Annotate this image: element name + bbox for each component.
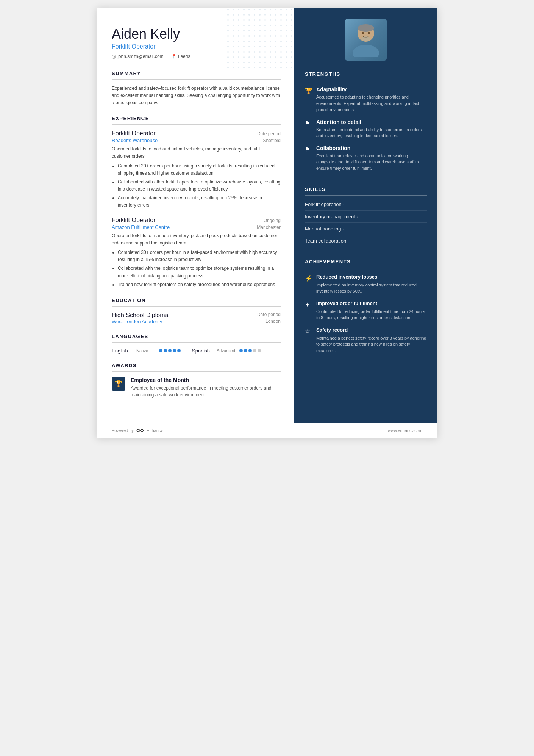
- dot-1-3: [253, 349, 256, 352]
- email-icon: @: [112, 54, 116, 59]
- job-bullets-1: Completed 30+ orders per hour in a fast-…: [112, 249, 281, 288]
- right-panel: STRENGTHS 🏆 Adaptability Accustomed to a…: [294, 8, 437, 423]
- profile-photo: [345, 19, 387, 61]
- award-trophy-icon: 🏆: [115, 380, 122, 387]
- job-item-1: Forklift Operator Ongoing Amazon Fulfill…: [112, 217, 281, 288]
- dot-1-0: [239, 349, 243, 352]
- achievement-title-2: Safety record: [316, 327, 427, 333]
- achievement-icon-1: ✦: [305, 301, 312, 308]
- strength-item-0: 🏆 Adaptability Accustomed to adapting to…: [305, 86, 427, 113]
- dot-0-0: [159, 349, 162, 352]
- dot-0-4: [177, 349, 181, 352]
- dot-0-3: [173, 349, 176, 352]
- skills-section: SKILLS Forklift operation · Inventory ma…: [305, 186, 427, 250]
- job-role-1: Forklift Operator: [112, 217, 156, 224]
- achievements-divider: [305, 268, 427, 268]
- awards-divider: [112, 371, 281, 372]
- achievement-desc-0: Implemented an inventory control system …: [316, 282, 427, 294]
- location-contact: 📍 Leeds: [171, 54, 190, 59]
- languages-grid: English Native Spanish Advance: [112, 348, 281, 354]
- job-company-row-0: Reader's Warehouse Sheffield: [112, 138, 281, 143]
- svg-point-7: [361, 36, 370, 41]
- job-desc-1: Operated forklifts to manage inventory, …: [112, 232, 281, 247]
- achievement-title-0: Reduced inventory losses: [316, 274, 427, 280]
- job-title: Forklift Operator: [112, 43, 281, 50]
- dot-0-1: [164, 349, 167, 352]
- strength-content-1: Attention to detail Keen attention to de…: [316, 119, 427, 139]
- award-icon-0: 🏆: [112, 377, 125, 391]
- strength-title-1: Attention to detail: [316, 119, 427, 125]
- education-divider: [112, 306, 281, 307]
- contact-row: @ john.smith@email.com 📍 Leeds: [112, 54, 281, 59]
- strengths-title: STRENGTHS: [305, 71, 427, 77]
- achievement-item-0: ⚡ Reduced inventory losses Implemented a…: [305, 274, 427, 294]
- skill-item-1: Inventory management ·: [305, 214, 427, 223]
- strength-content-0: Adaptability Accustomed to adapting to c…: [316, 86, 427, 113]
- summary-divider: [112, 79, 281, 80]
- award-content-0: Employee of the Month Awarded for except…: [131, 377, 281, 398]
- achievement-item-1: ✦ Improved order fulfillment Contributed…: [305, 301, 427, 321]
- summary-section: SUMMARY Experienced and safety-focused f…: [112, 70, 281, 107]
- job-company-row-1: Amazon Fulfillment Centre Manchester: [112, 224, 281, 230]
- bullet-0-0: Completed 20+ orders per hour using a va…: [118, 163, 281, 177]
- dot-1-2: [248, 349, 252, 352]
- dot-0-2: [168, 349, 172, 352]
- strength-icon-0: 🏆: [305, 87, 312, 94]
- strength-item-1: ⚑ Attention to detail Keen attention to …: [305, 119, 427, 139]
- svg-point-3: [358, 24, 374, 32]
- job-company-0: Reader's Warehouse: [112, 138, 158, 143]
- strength-desc-1: Keen attention to detail and ability to …: [316, 127, 427, 139]
- location-text: Leeds: [178, 54, 190, 59]
- experience-title: EXPERIENCE: [112, 116, 281, 121]
- bullet-1-1: Collaborated with the logistics team to …: [118, 265, 281, 279]
- job-item-0: Forklift Operator Date period Reader's W…: [112, 130, 281, 209]
- edu-school-0: West London Academy: [112, 319, 162, 324]
- lang-dots-0: [159, 349, 181, 352]
- strengths-section: STRENGTHS 🏆 Adaptability Accustomed to a…: [305, 71, 427, 177]
- lang-name-1: Spanish: [192, 348, 213, 354]
- achievement-desc-2: Maintained a perfect safety record over …: [316, 335, 427, 354]
- job-date-0: Date period: [257, 131, 281, 136]
- edu-location-0: London: [265, 319, 281, 324]
- awards-section: AWARDS 🏆 Employee of the Month Awarded f…: [112, 363, 281, 398]
- resume-container: Aiden Kelly Forklift Operator @ john.smi…: [97, 8, 437, 438]
- dot-1-4: [258, 349, 261, 352]
- job-header-1: Forklift Operator Ongoing: [112, 217, 281, 224]
- education-section: EDUCATION High School Diploma Date perio…: [112, 297, 281, 324]
- footer-bar: Powered by Enhancv www.enhancv.com: [97, 423, 437, 438]
- main-content: Aiden Kelly Forklift Operator @ john.smi…: [97, 8, 437, 423]
- skill-item-2: Manual handling ·: [305, 226, 427, 235]
- email-text: john.smith@email.com: [117, 54, 164, 59]
- svg-point-5: [362, 32, 364, 34]
- svg-point-4: [353, 45, 379, 57]
- strength-title-2: Collaboration: [316, 145, 427, 151]
- bullet-1-2: Trained new forklift operators on safety…: [118, 281, 281, 288]
- job-bullets-0: Completed 20+ orders per hour using a va…: [112, 163, 281, 209]
- edu-date-0: Date period: [257, 312, 281, 319]
- edu-school-row-0: West London Academy London: [112, 319, 281, 324]
- achievement-content-1: Improved order fulfillment Contributed t…: [316, 301, 427, 321]
- job-role-0: Forklift Operator: [112, 130, 156, 137]
- job-date-1: Ongoing: [264, 218, 281, 223]
- job-company-1: Amazon Fulfillment Centre: [112, 224, 170, 230]
- languages-title: LANGUAGES: [112, 333, 281, 339]
- edu-header-0: High School Diploma Date period: [112, 312, 281, 319]
- enhancv-logo-icon: [136, 427, 144, 434]
- achievements-title: ACHIEVEMENTS: [305, 259, 427, 265]
- skills-divider: [305, 195, 427, 196]
- dot-1-1: [244, 349, 247, 352]
- achievement-title-1: Improved order fulfillment: [316, 301, 427, 307]
- edu-item-0: High School Diploma Date period West Lon…: [112, 312, 281, 324]
- brand-name: Enhancv: [147, 428, 163, 433]
- experience-section: EXPERIENCE Forklift Operator Date period…: [112, 116, 281, 288]
- edu-degree-0: High School Diploma: [112, 312, 168, 319]
- achievement-content-2: Safety record Maintained a perfect safet…: [316, 327, 427, 354]
- award-desc-0: Awarded for exceptional performance in m…: [131, 385, 281, 398]
- strengths-divider: [305, 80, 427, 80]
- award-title-0: Employee of the Month: [131, 377, 281, 383]
- skill-item-3: Team collaboration: [305, 238, 427, 247]
- summary-title: SUMMARY: [112, 70, 281, 76]
- summary-text: Experienced and safety-focused forklift …: [112, 85, 281, 107]
- achievement-content-0: Reduced inventory losses Implemented an …: [316, 274, 427, 294]
- language-spanish: Spanish Advanced: [192, 348, 261, 354]
